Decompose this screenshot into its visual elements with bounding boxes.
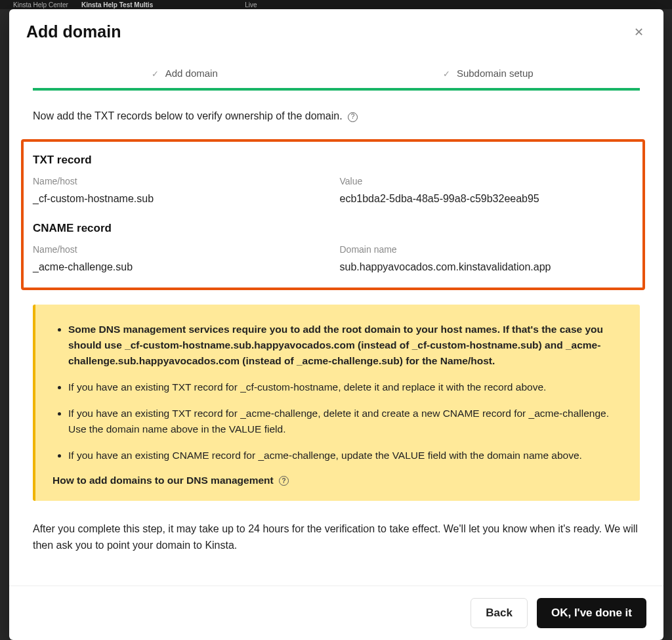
- step-subdomain-setup[interactable]: ✓Subdomain setup: [337, 58, 640, 88]
- cname-record-title: CNAME record: [33, 222, 633, 235]
- dns-records-box: TXT record Name/host _cf-custom-hostname…: [21, 139, 645, 290]
- txt-value-value[interactable]: ecb1bda2-5dba-48a5-99a8-c59b32eeab95: [340, 193, 634, 205]
- help-icon[interactable]: ?: [279, 476, 289, 486]
- check-icon: ✓: [152, 69, 159, 79]
- cname-name-label: Name/host: [33, 244, 327, 255]
- confirm-button[interactable]: OK, I've done it: [537, 598, 646, 628]
- notice-item-existing-cname: If you have an existing CNAME record for…: [68, 448, 623, 463]
- notice-item-existing-txt-cf: If you have an existing TXT record for _…: [68, 379, 623, 395]
- cname-domain-col: Domain name sub.happyavocados.com.kinsta…: [340, 244, 634, 273]
- txt-value-col: Value ecb1bda2-5dba-48a5-99a8-c59b32eeab…: [340, 176, 634, 205]
- browser-topbar: Kinsta Help Center Kinsta Help Test Mult…: [0, 0, 672, 9]
- status-live: Live: [245, 1, 257, 9]
- modal-body: ✓Add domain ✓Subdomain setup Now add the…: [9, 53, 663, 586]
- notice-item-root-domain: Some DNS management services require you…: [68, 322, 623, 369]
- step-tabs: ✓Add domain ✓Subdomain setup: [33, 58, 640, 91]
- help-icon[interactable]: ?: [348, 112, 358, 122]
- back-button[interactable]: Back: [471, 598, 528, 628]
- step-add-domain[interactable]: ✓Add domain: [33, 58, 337, 88]
- cname-domain-label: Domain name: [340, 244, 634, 255]
- cname-domain-value[interactable]: sub.happyavocados.com.kinstavalidation.a…: [340, 261, 634, 273]
- txt-name-label: Name/host: [33, 176, 327, 186]
- txt-name-col: Name/host _cf-custom-hostname.sub: [33, 176, 327, 205]
- cname-name-col: Name/host _acme-challenge.sub: [33, 244, 327, 273]
- instruction-text: Now add the TXT records below to verify …: [33, 109, 640, 123]
- tab-hint: Kinsta Help Center: [13, 1, 68, 9]
- txt-name-value[interactable]: _cf-custom-hostname.sub: [33, 193, 327, 205]
- step-label: Subdomain setup: [457, 68, 534, 79]
- modal-footer: Back OK, I've done it: [9, 586, 663, 640]
- modal-title: Add domain: [26, 22, 121, 41]
- cname-name-value[interactable]: _acme-challenge.sub: [33, 261, 327, 273]
- add-domain-modal: Add domain ✕ ✓Add domain ✓Subdomain setu…: [9, 9, 663, 640]
- txt-record-title: TXT record: [33, 154, 633, 167]
- notice-item-existing-txt-acme: If you have an existing TXT record for _…: [68, 406, 623, 437]
- modal-header: Add domain ✕: [9, 9, 663, 53]
- step-label: Add domain: [165, 68, 218, 79]
- close-icon[interactable]: ✕: [631, 24, 646, 41]
- check-icon: ✓: [443, 69, 450, 79]
- after-instruction: After you complete this step, it may tak…: [33, 521, 640, 554]
- txt-record-section: TXT record Name/host _cf-custom-hostname…: [33, 154, 633, 205]
- cname-record-section: CNAME record Name/host _acme-challenge.s…: [33, 222, 633, 273]
- txt-value-label: Value: [340, 176, 634, 186]
- instruction-label: Now add the TXT records below to verify …: [33, 110, 343, 121]
- tab-hint: Kinsta Help Test Multis: [81, 1, 153, 9]
- notice-box: Some DNS management services require you…: [33, 305, 640, 500]
- dns-help-link[interactable]: How to add domains to our DNS management…: [52, 475, 623, 486]
